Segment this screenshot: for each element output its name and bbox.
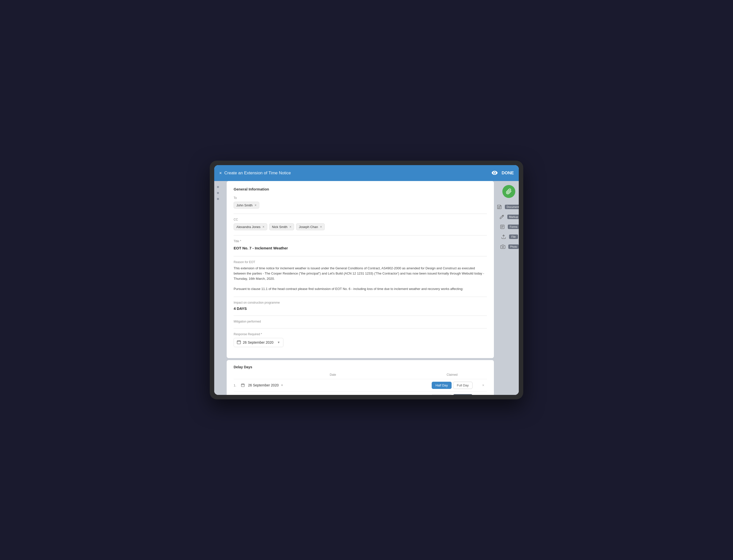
delay-row-claimed-2: Half Day Full Day [425,394,480,395]
cc-field-group: CC Alexandra Jones × Nick Smith × [234,218,487,230]
to-tags-row: John Smith × [234,202,487,209]
col-header-date: Date [241,373,425,376]
cc-name-2: Joseph Chan [299,225,318,229]
reason-divider [234,297,487,297]
cc-remove-1[interactable]: × [289,225,291,229]
title-label: Title * [234,239,487,243]
reason-label: Reason for EOT [234,260,487,264]
forms-label: Forms [508,225,519,229]
eye-icon[interactable] [492,170,498,176]
sidebar-dot-1 [217,186,219,188]
sidebar-dot-3 [217,198,219,200]
markup-icon [498,213,506,221]
impact-field-group: Impact on construction programme 4 DAYS [234,301,487,311]
delay-table-header: Date Claimed [234,373,487,379]
cc-remove-0[interactable]: × [262,225,264,229]
to-recipient-name: John Smith [236,203,252,207]
response-required-field-group: Response Required * 26 September 2020 ▼ [234,332,487,347]
photo-icon [499,243,507,251]
fab-attachment-button[interactable] [502,185,515,198]
general-info-title: General Information [234,187,487,191]
impact-label: Impact on construction programme [234,301,487,304]
reason-text[interactable]: This extension of time notice for inclem… [234,266,487,292]
toolbar-item-file[interactable]: File [500,233,518,241]
to-label: To [234,196,487,200]
toolbar-item-photo[interactable]: Photo [499,243,519,251]
response-required-label: Response Required * [234,332,487,336]
full-day-btn-1[interactable]: Full Day [453,382,473,389]
sidebar-dot-2 [217,192,219,194]
left-sidebar [214,181,222,395]
col-header-claimed: Claimed [425,373,480,376]
delay-row-remove-1[interactable]: × [480,383,487,387]
forms-icon [498,223,506,231]
delay-days-title: Delay Days [234,365,487,369]
delay-date-chevron-1: ▼ [281,384,283,387]
title-value[interactable]: EOT No. 7 - Inclement Weather [234,245,487,251]
delay-row-claimed-1: Half Day Full Day [425,382,480,389]
delay-row-2: 2. 27 September 2020 ▼ [234,391,487,395]
delay-days-card: Delay Days Date Claimed 1. [227,360,494,395]
delay-row-date-2: 27 September 2020 ▼ [241,394,425,395]
form-area: General Information To John Smith × [222,181,499,395]
title-field-group: Title * EOT No. 7 - Inclement Weather [234,239,487,251]
half-day-btn-1[interactable]: Half Day [432,382,452,389]
delay-row-num-1: 1. [234,383,241,387]
markup-label: Markup [507,215,519,219]
close-icon[interactable]: × [219,171,222,176]
half-day-btn-2[interactable]: Half Day [432,394,452,395]
to-recipient-chip[interactable]: John Smith × [234,202,259,209]
mitigation-field-group: Mitigation performed [234,320,487,323]
cc-remove-2[interactable]: × [320,225,322,229]
svg-point-6 [502,246,504,248]
delay-row-1: 1. 26 September 2020 ▼ [234,379,487,391]
toolbar-item-forms[interactable]: Forms [498,223,519,231]
cc-label: CC [234,218,487,221]
title-divider [234,256,487,256]
header-right: DONE [492,170,514,176]
to-divider [234,214,487,214]
cc-tags-row: Alexandra Jones × Nick Smith × Joseph Ch… [234,223,487,230]
device-frame: × Create an Extension of Time Notice DON… [210,161,523,399]
date-picker-chevron: ▼ [277,341,280,344]
header-left: × Create an Extension of Time Notice [219,171,291,176]
toolbar-item-markup[interactable]: Markup [498,213,519,221]
response-required-date-value: 26 September 2020 [243,340,273,344]
mitigation-label: Mitigation performed [234,320,487,323]
cc-chip-2[interactable]: Joseph Chan × [296,223,325,230]
main-content: General Information To John Smith × [214,181,519,395]
file-upload-icon [500,233,508,241]
photo-label: Photo [508,244,519,249]
response-required-date-picker[interactable]: 26 September 2020 ▼ [234,338,283,347]
toolbar-item-documents[interactable]: Documents [495,203,519,211]
file-label: File [509,234,518,239]
impact-value[interactable]: 4 DAYS [234,306,487,311]
done-button[interactable]: DONE [502,171,514,176]
app-header: × Create an Extension of Time Notice DON… [214,165,519,181]
to-field-group: To John Smith × [234,196,487,209]
delay-date-btn-1[interactable]: 26 September 2020 ▼ [246,382,285,389]
documents-icon [495,203,503,211]
general-info-card: General Information To John Smith × [227,181,494,358]
documents-label: Documents [505,205,519,209]
svg-rect-1 [241,384,244,387]
header-title: Create an Extension of Time Notice [224,171,291,176]
cc-name-0: Alexandra Jones [236,225,260,229]
full-day-btn-2[interactable]: Full Day [453,394,473,395]
cc-chip-0[interactable]: Alexandra Jones × [234,223,267,230]
right-toolbar: Documents Markup [499,181,519,395]
cc-name-1: Nick Smith [272,225,287,229]
reason-field-group: Reason for EOT This extension of time no… [234,260,487,292]
delay-row-date-1: 26 September 2020 ▼ [241,382,425,389]
delay-date-value-1: 26 September 2020 [248,383,279,387]
calendar-icon [237,340,241,345]
delay-date-btn-2[interactable]: 27 September 2020 ▼ [246,394,285,395]
device-screen: × Create an Extension of Time Notice DON… [214,165,519,395]
svg-rect-0 [237,341,240,344]
to-recipient-remove[interactable]: × [254,203,256,207]
cc-chip-1[interactable]: Nick Smith × [269,223,294,230]
